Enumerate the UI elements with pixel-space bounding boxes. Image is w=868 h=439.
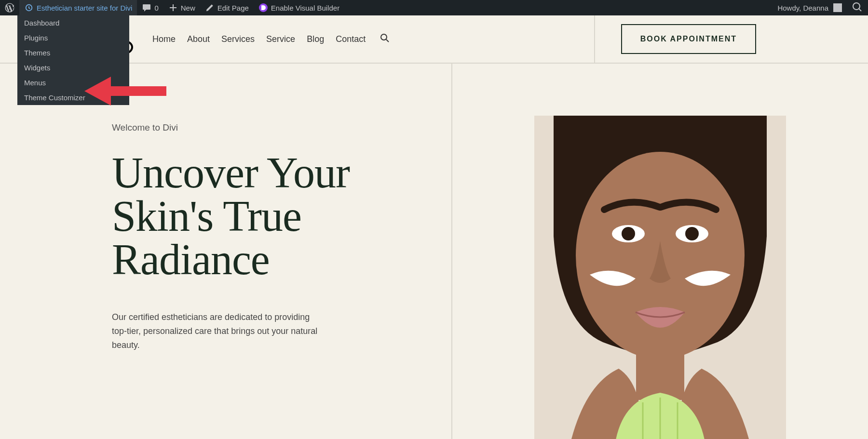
edit-page-menu[interactable]: Edit Page — [200, 0, 254, 15]
book-appointment-button[interactable]: BOOK APPOINTMENT — [621, 24, 756, 54]
dropdown-menus[interactable]: Menus — [17, 75, 129, 90]
comments-menu[interactable]: 0 — [137, 0, 163, 15]
nav-service[interactable]: Service — [266, 34, 295, 44]
comments-count: 0 — [154, 4, 158, 12]
nav-home[interactable]: Home — [152, 34, 176, 44]
header-divider — [594, 15, 595, 63]
search-icon — [853, 2, 862, 13]
edit-page-label: Edit Page — [217, 4, 249, 12]
nav-contact[interactable]: Contact — [336, 34, 366, 44]
dropdown-dashboard[interactable]: Dashboard — [17, 15, 129, 30]
howdy-label: Howdy, Deanna — [777, 4, 828, 12]
search-icon — [380, 33, 390, 43]
svg-point-12 — [685, 227, 699, 240]
nav-search-button[interactable] — [380, 33, 390, 45]
wordpress-icon — [5, 3, 14, 13]
adminbar-search[interactable] — [847, 0, 868, 15]
wp-admin-bar: Esthetician starter site for Divi 0 New … — [0, 0, 868, 15]
svg-rect-13 — [636, 347, 684, 400]
dropdown-theme-customizer[interactable]: Theme Customizer — [17, 90, 129, 105]
hero-title: Uncover Your Skin's True Radiance — [112, 151, 403, 281]
new-content-menu[interactable]: New — [163, 0, 200, 15]
avatar — [833, 3, 842, 12]
comment-icon — [142, 3, 151, 13]
dropdown-plugins[interactable]: Plugins — [17, 30, 129, 45]
hero-image — [534, 116, 786, 439]
my-account-menu[interactable]: Howdy, Deanna — [773, 0, 847, 15]
wp-logo-menu[interactable] — [0, 0, 19, 15]
svg-line-6 — [386, 40, 389, 42]
nav-about[interactable]: About — [187, 34, 210, 44]
site-name-menu[interactable]: Esthetician starter site for Divi — [19, 0, 137, 15]
dashboard-icon — [24, 3, 34, 13]
site-header: Home About Services Service Blog Contact… — [0, 15, 868, 64]
hero-description: Our certified estheticians are dedicated… — [112, 310, 324, 352]
plus-icon — [168, 3, 178, 13]
dropdown-themes[interactable]: Themes — [17, 45, 129, 60]
site-name-dropdown: Dashboard Plugins Themes Widgets Menus T… — [17, 15, 129, 105]
visual-builder-label: Enable Visual Builder — [271, 4, 339, 12]
main-nav: Home About Services Service Blog Contact — [152, 33, 390, 45]
new-label: New — [181, 4, 195, 12]
site-name-label: Esthetician starter site for Divi — [37, 4, 132, 12]
hero-welcome: Welcome to Divi — [112, 122, 403, 133]
svg-point-11 — [622, 227, 635, 240]
hero-section: Welcome to Divi Uncover Your Skin's True… — [0, 64, 868, 439]
divi-icon — [258, 3, 268, 13]
nav-services[interactable]: Services — [221, 34, 255, 44]
pencil-icon — [205, 3, 215, 13]
nav-blog[interactable]: Blog — [307, 34, 324, 44]
svg-point-5 — [381, 34, 387, 40]
visual-builder-menu[interactable]: Enable Visual Builder — [254, 0, 344, 15]
dropdown-widgets[interactable]: Widgets — [17, 60, 129, 75]
